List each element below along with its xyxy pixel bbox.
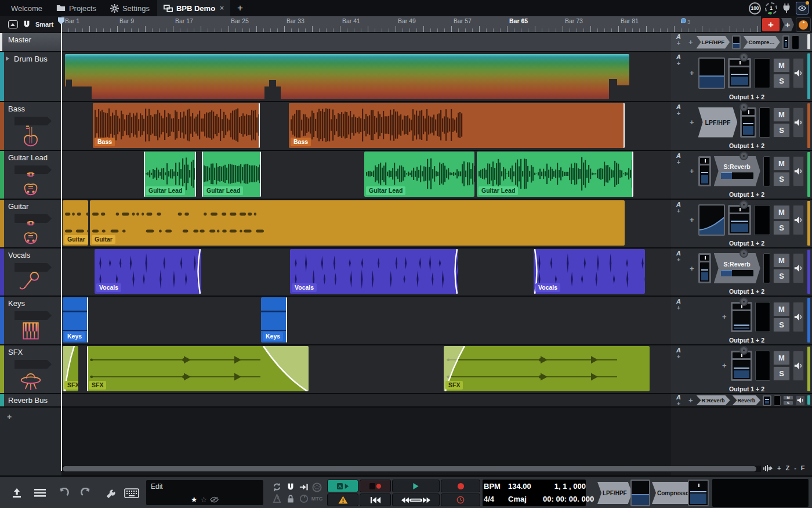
add-plugin-button[interactable]: + [722,312,727,321]
zoom-z-button[interactable]: Z [785,464,789,471]
add-plugin-button[interactable]: + [688,396,693,405]
solo-button[interactable]: S [773,366,790,381]
edit-name-panel[interactable]: Edit ★ ☆ [146,480,263,505]
pan-knob-icon[interactable] [740,152,748,160]
midi-din-icon[interactable] [312,482,322,492]
plugin-chip-send-reverb[interactable]: S:Reverb [714,156,760,186]
automation-column[interactable]: A+ [676,153,681,165]
plugin-chip-send-reverb[interactable]: S:Reverb [714,253,760,283]
timeline-marker[interactable] [681,18,686,23]
automation-column[interactable]: A+ [676,250,681,262]
clip-guitar-1[interactable]: Guitar [63,200,88,246]
mute-button[interactable]: M [773,302,790,316]
pan-display[interactable] [763,156,770,186]
eye-slash-icon[interactable] [210,496,219,503]
bar-beat-position[interactable]: 1, 1 , 000 [543,482,587,491]
auto-play-button[interactable]: A [327,480,358,492]
automation-column[interactable]: A+ [676,298,681,311]
monitor-speaker-button[interactable] [793,58,804,88]
track-header-guitar[interactable]: Guitar [0,200,61,248]
mute-button[interactable]: M [773,107,790,122]
return-to-end-icon[interactable] [299,482,309,492]
clip-sfx-3[interactable]: SFX [444,346,650,391]
play-button[interactable] [392,480,440,492]
volume-fader-plugin[interactable] [728,58,751,88]
bpm-value[interactable]: 134.00 [508,482,542,491]
clip-bass-2[interactable]: Bass [289,103,625,148]
insert-button[interactable]: + [781,18,794,31]
output-destination[interactable]: Output 1 + 2 [690,142,804,149]
output-destination[interactable]: Output 1 + 2 [690,288,804,295]
pan-knob-icon[interactable] [740,249,748,258]
zoom-fit-button[interactable]: F [801,464,805,471]
clip-bass-1[interactable]: Bass [93,103,260,148]
new-tab-button[interactable]: + [231,2,249,14]
auto-record-button[interactable] [360,480,391,492]
output-destination[interactable]: Output 1 + 2 [690,93,804,100]
add-plugin-button[interactable]: + [690,167,694,175]
plugin-chip-compressor[interactable]: Compre… [743,36,780,49]
track-header-drum-bus[interactable]: Drum Bus [0,52,61,102]
track-header-reverb-bus[interactable]: Reverb Bus [0,394,61,408]
monitor-speaker-button[interactable] [793,156,804,186]
clip-vocals-2[interactable]: Vocals [290,249,458,294]
track-header-guitar-lead[interactable]: Guitar Lead [0,151,61,200]
clip-sfx-1[interactable]: SFX [63,346,78,391]
add-plugin-button[interactable]: + [722,361,727,370]
pan-display[interactable] [792,35,799,49]
folder-collapse-icon[interactable] [6,56,9,61]
output-destination[interactable]: Output 1 + 2 [690,385,804,392]
zoom-in-button[interactable]: + [777,464,781,471]
plugin-power-icon[interactable] [781,2,792,14]
level-meter-plugin[interactable] [732,35,741,49]
timecode[interactable]: 00: 00: 00. 000 [543,495,587,503]
solo-button[interactable]: S [773,123,790,138]
countdown-clock-button[interactable] [441,493,480,506]
volume-fader-plugin[interactable] [782,35,790,49]
pan-knob-icon[interactable] [740,200,748,209]
track-header-sfx[interactable]: SFX [0,345,61,394]
tab-projects[interactable]: Projects [50,0,103,16]
mute-button[interactable]: M [783,395,793,400]
plugin-chip-lpf-hpf[interactable]: LPF/HPF [698,107,738,138]
track-lane-guitar-lead[interactable]: Guitar Lead Guitar Lead Guitar Lead Guit… [61,151,671,200]
zoom-out-button[interactable]: - [794,464,796,471]
mute-button[interactable]: M [773,253,790,268]
volume-fader-plugin[interactable] [740,107,756,138]
track-lane-drum-bus[interactable] [61,52,671,102]
monitor-eye-button[interactable] [796,2,809,15]
pan-display[interactable] [754,205,770,235]
mute-button[interactable]: M [773,351,790,365]
volume-fader-plugin[interactable] [698,156,711,186]
time-signature[interactable]: 4/4 [484,495,507,503]
volume-fader-plugin[interactable] [763,395,771,406]
settings-wrench-button[interactable] [101,485,118,501]
volume-fader-plugin[interactable] [698,253,711,283]
track-lane-vocals[interactable]: Vocals Vocals Vocals [61,248,671,297]
horizontal-scrollbar-thumb[interactable] [63,466,756,471]
mtc-toggle[interactable]: MTC [311,496,323,502]
return-to-start-button[interactable] [360,493,391,506]
add-plugin-button[interactable]: + [688,38,693,46]
solo-button[interactable]: S [783,401,793,405]
record-button[interactable] [441,480,480,492]
plugin-chip-lpf-hpf[interactable]: LPF/HPF [697,36,730,49]
clip-drum-bus-folder[interactable] [65,54,629,99]
master-level-meter[interactable] [630,480,650,506]
clip-vocals-1[interactable]: Vocals [95,249,201,294]
monitor-speaker-button[interactable] [793,253,804,283]
plugin-chip-reverb[interactable]: Reverb [733,395,761,405]
star-filled-icon[interactable]: ★ [191,495,198,504]
add-plugin-button[interactable]: + [690,215,694,224]
plugin-chip-return-reverb[interactable]: R:Reverb [697,395,730,405]
tab-close-icon[interactable]: × [220,4,224,12]
automation-column[interactable]: A+ [676,34,681,46]
automation-column[interactable]: A+ [676,394,681,406]
tab-welcome[interactable]: Welcome [5,0,49,16]
loop-sync-icon[interactable] [272,482,282,492]
key-signature[interactable]: Cmaj [508,495,542,503]
filter-curve-plugin[interactable] [698,204,726,236]
add-plugin-button[interactable]: + [690,69,694,77]
monitor-speaker-button[interactable] [793,351,804,381]
master-plugin-chip-lpf-hpf[interactable]: LPF/HPF [597,482,632,504]
